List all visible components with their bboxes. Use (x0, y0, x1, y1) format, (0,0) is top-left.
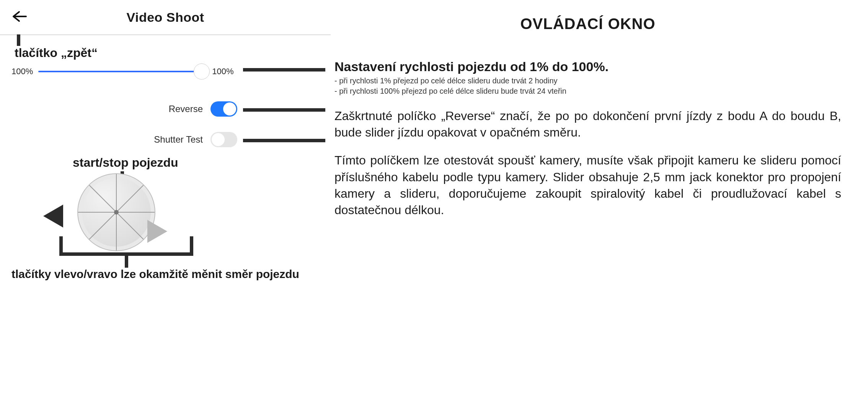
annotation-back: tlačítko „zpět“ (15, 46, 98, 60)
control-pad (40, 172, 193, 252)
shutter-toggle[interactable] (210, 132, 237, 147)
app-header: Video Shoot (0, 0, 331, 35)
callout-line (125, 252, 128, 268)
slider-value-label: 100% (212, 67, 233, 76)
shutter-row: Shutter Test (0, 132, 237, 147)
reverse-toggle[interactable] (210, 101, 237, 117)
shutter-paragraph: Tímto políčkem lze otestovát spoušť kame… (334, 152, 841, 218)
annotation-start: start/stop pojezdu (73, 156, 178, 170)
reverse-label: Reverse (169, 104, 203, 114)
callout-line (243, 108, 325, 112)
app-title: Video Shoot (126, 10, 204, 25)
svg-marker-10 (147, 220, 167, 243)
right-panel: OVLÁDACÍ OKNO Nastavení rychlosti pojezd… (331, 0, 868, 413)
back-icon[interactable] (11, 11, 27, 24)
reverse-paragraph: Zaškrtnuté políčko „Reverse“ značí, že p… (334, 108, 841, 141)
callout-line (17, 34, 20, 46)
reverse-row: Reverse (0, 101, 237, 117)
slider-min-label: 100% (11, 67, 33, 76)
speed-note-1: - při rychlosti 1% přejezd po celé délce… (334, 76, 841, 86)
svg-point-9 (114, 210, 119, 215)
speed-heading: Nastavení rychlosti pojezdu od 1% do 100… (334, 59, 841, 74)
callout-line (243, 68, 325, 72)
speed-note-2: - při rychlosti 100% přejezd po celé dél… (334, 86, 841, 96)
callout-line (243, 139, 325, 142)
page-title: OVLÁDACÍ OKNO (334, 15, 841, 33)
svg-line-8 (89, 185, 116, 212)
slider-thumb[interactable] (194, 63, 210, 80)
svg-marker-0 (43, 205, 63, 228)
left-panel: Video Shoot tlačítko „zpět“ 100% 100% Re… (0, 0, 331, 413)
svg-line-6 (89, 212, 116, 239)
speed-slider-row: 100% 100% (11, 62, 234, 81)
shutter-label: Shutter Test (154, 134, 203, 145)
annotation-bottom: tlačítky vlevo/vravo lze okamžitě měnit … (11, 268, 299, 281)
speed-slider[interactable] (38, 71, 203, 72)
